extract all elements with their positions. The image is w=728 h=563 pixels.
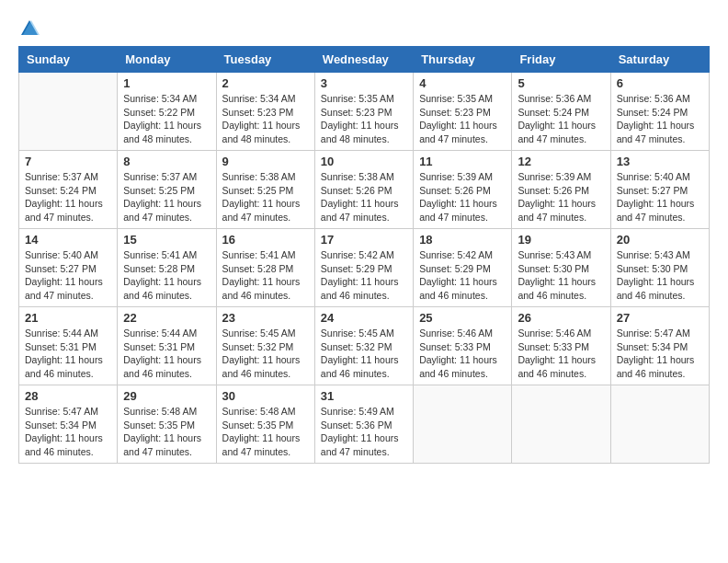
day-number: 3 (321, 76, 407, 90)
week-row-2: 7Sunrise: 5:37 AM Sunset: 5:24 PM Daylig… (19, 151, 710, 229)
day-number: 24 (321, 311, 407, 325)
day-info: Sunrise: 5:36 AM Sunset: 5:24 PM Dayligh… (518, 92, 604, 146)
day-info: Sunrise: 5:37 AM Sunset: 5:24 PM Dayligh… (25, 170, 111, 224)
day-header-sunday: Sunday (19, 47, 118, 73)
day-number: 11 (419, 155, 506, 168)
day-number: 30 (222, 389, 309, 403)
calendar-cell: 28Sunrise: 5:47 AM Sunset: 5:34 PM Dayli… (19, 385, 118, 464)
day-info: Sunrise: 5:34 AM Sunset: 5:22 PM Dayligh… (123, 92, 210, 146)
day-info: Sunrise: 5:36 AM Sunset: 5:24 PM Dayligh… (617, 92, 703, 146)
day-info: Sunrise: 5:39 AM Sunset: 5:26 PM Dayligh… (419, 170, 506, 224)
calendar-cell: 29Sunrise: 5:48 AM Sunset: 5:35 PM Dayli… (118, 385, 216, 464)
calendar-cell: 15Sunrise: 5:41 AM Sunset: 5:28 PM Dayli… (118, 229, 216, 307)
day-number: 7 (25, 155, 111, 168)
calendar-cell: 21Sunrise: 5:44 AM Sunset: 5:31 PM Dayli… (19, 307, 118, 385)
calendar-cell: 5Sunrise: 5:36 AM Sunset: 5:24 PM Daylig… (512, 73, 610, 151)
day-number: 31 (321, 389, 407, 403)
day-number: 1 (123, 76, 210, 90)
day-info: Sunrise: 5:35 AM Sunset: 5:23 PM Dayligh… (419, 92, 506, 146)
day-info: Sunrise: 5:49 AM Sunset: 5:36 PM Dayligh… (321, 405, 407, 459)
day-info: Sunrise: 5:35 AM Sunset: 5:23 PM Dayligh… (321, 92, 407, 146)
day-number: 25 (419, 311, 506, 325)
day-info: Sunrise: 5:42 AM Sunset: 5:29 PM Dayligh… (321, 248, 407, 303)
day-number: 2 (222, 76, 309, 90)
week-row-5: 28Sunrise: 5:47 AM Sunset: 5:34 PM Dayli… (19, 385, 710, 464)
week-row-1: 1Sunrise: 5:34 AM Sunset: 5:22 PM Daylig… (19, 73, 710, 151)
calendar-cell: 23Sunrise: 5:45 AM Sunset: 5:32 PM Dayli… (216, 307, 314, 385)
day-info: Sunrise: 5:47 AM Sunset: 5:34 PM Dayligh… (25, 405, 111, 459)
calendar-cell: 6Sunrise: 5:36 AM Sunset: 5:24 PM Daylig… (610, 73, 709, 151)
day-info: Sunrise: 5:46 AM Sunset: 5:33 PM Dayligh… (518, 327, 604, 381)
calendar-cell (19, 73, 118, 151)
day-number: 16 (222, 233, 309, 247)
day-number: 8 (123, 155, 210, 168)
calendar-cell (610, 385, 709, 464)
day-number: 15 (123, 233, 210, 247)
day-info: Sunrise: 5:41 AM Sunset: 5:28 PM Dayligh… (123, 248, 210, 303)
calendar-cell: 2Sunrise: 5:34 AM Sunset: 5:23 PM Daylig… (216, 73, 314, 151)
calendar-cell: 24Sunrise: 5:45 AM Sunset: 5:32 PM Dayli… (314, 307, 413, 385)
day-number: 4 (419, 76, 506, 90)
day-number: 5 (518, 76, 604, 90)
calendar-cell: 14Sunrise: 5:40 AM Sunset: 5:27 PM Dayli… (19, 229, 118, 307)
day-info: Sunrise: 5:48 AM Sunset: 5:35 PM Dayligh… (222, 405, 309, 459)
calendar-cell: 19Sunrise: 5:43 AM Sunset: 5:30 PM Dayli… (512, 229, 610, 307)
week-row-3: 14Sunrise: 5:40 AM Sunset: 5:27 PM Dayli… (19, 229, 710, 307)
day-number: 10 (321, 155, 407, 168)
calendar-cell: 31Sunrise: 5:49 AM Sunset: 5:36 PM Dayli… (314, 385, 413, 464)
logo-text (18, 18, 40, 39)
logo-icon (19, 18, 40, 39)
calendar-cell (512, 385, 610, 464)
calendar-cell: 4Sunrise: 5:35 AM Sunset: 5:23 PM Daylig… (414, 73, 512, 151)
calendar-cell: 22Sunrise: 5:44 AM Sunset: 5:31 PM Dayli… (118, 307, 216, 385)
calendar-cell: 12Sunrise: 5:39 AM Sunset: 5:26 PM Dayli… (512, 151, 610, 229)
day-header-monday: Monday (118, 47, 216, 73)
day-info: Sunrise: 5:44 AM Sunset: 5:31 PM Dayligh… (123, 327, 210, 381)
day-info: Sunrise: 5:47 AM Sunset: 5:34 PM Dayligh… (617, 327, 703, 381)
day-info: Sunrise: 5:34 AM Sunset: 5:23 PM Dayligh… (222, 92, 309, 146)
day-number: 27 (617, 311, 703, 325)
day-header-thursday: Thursday (414, 47, 512, 73)
calendar-cell: 30Sunrise: 5:48 AM Sunset: 5:35 PM Dayli… (216, 385, 314, 464)
calendar-cell: 10Sunrise: 5:38 AM Sunset: 5:26 PM Dayli… (314, 151, 413, 229)
day-number: 14 (25, 233, 111, 247)
day-info: Sunrise: 5:40 AM Sunset: 5:27 PM Dayligh… (617, 170, 703, 224)
day-info: Sunrise: 5:38 AM Sunset: 5:26 PM Dayligh… (321, 170, 407, 224)
day-number: 13 (617, 155, 703, 168)
week-row-4: 21Sunrise: 5:44 AM Sunset: 5:31 PM Dayli… (19, 307, 710, 385)
day-header-wednesday: Wednesday (314, 47, 413, 73)
page-header (18, 18, 710, 39)
day-number: 29 (123, 389, 210, 403)
day-info: Sunrise: 5:42 AM Sunset: 5:29 PM Dayligh… (419, 248, 506, 303)
calendar-cell: 1Sunrise: 5:34 AM Sunset: 5:22 PM Daylig… (118, 73, 216, 151)
day-number: 12 (518, 155, 604, 168)
calendar-cell: 27Sunrise: 5:47 AM Sunset: 5:34 PM Dayli… (610, 307, 709, 385)
calendar-table: SundayMondayTuesdayWednesdayThursdayFrid… (18, 46, 710, 464)
day-number: 20 (617, 233, 703, 247)
calendar-cell: 16Sunrise: 5:41 AM Sunset: 5:28 PM Dayli… (216, 229, 314, 307)
day-header-friday: Friday (512, 47, 610, 73)
day-info: Sunrise: 5:38 AM Sunset: 5:25 PM Dayligh… (222, 170, 309, 224)
day-info: Sunrise: 5:45 AM Sunset: 5:32 PM Dayligh… (222, 327, 309, 381)
day-header-saturday: Saturday (610, 47, 709, 73)
day-info: Sunrise: 5:46 AM Sunset: 5:33 PM Dayligh… (419, 327, 506, 381)
day-number: 22 (123, 311, 210, 325)
calendar-cell: 17Sunrise: 5:42 AM Sunset: 5:29 PM Dayli… (314, 229, 413, 307)
day-info: Sunrise: 5:43 AM Sunset: 5:30 PM Dayligh… (518, 248, 604, 303)
header-row: SundayMondayTuesdayWednesdayThursdayFrid… (19, 47, 710, 73)
day-number: 9 (222, 155, 309, 168)
calendar-cell: 3Sunrise: 5:35 AM Sunset: 5:23 PM Daylig… (314, 73, 413, 151)
day-info: Sunrise: 5:41 AM Sunset: 5:28 PM Dayligh… (222, 248, 309, 303)
calendar-cell: 7Sunrise: 5:37 AM Sunset: 5:24 PM Daylig… (19, 151, 118, 229)
day-info: Sunrise: 5:48 AM Sunset: 5:35 PM Dayligh… (123, 405, 210, 459)
day-header-tuesday: Tuesday (216, 47, 314, 73)
day-info: Sunrise: 5:37 AM Sunset: 5:25 PM Dayligh… (123, 170, 210, 224)
day-info: Sunrise: 5:44 AM Sunset: 5:31 PM Dayligh… (25, 327, 111, 381)
day-number: 23 (222, 311, 309, 325)
calendar-cell: 18Sunrise: 5:42 AM Sunset: 5:29 PM Dayli… (414, 229, 512, 307)
day-number: 6 (617, 76, 703, 90)
logo (18, 18, 40, 39)
day-number: 17 (321, 233, 407, 247)
day-number: 26 (518, 311, 604, 325)
calendar-cell: 20Sunrise: 5:43 AM Sunset: 5:30 PM Dayli… (610, 229, 709, 307)
